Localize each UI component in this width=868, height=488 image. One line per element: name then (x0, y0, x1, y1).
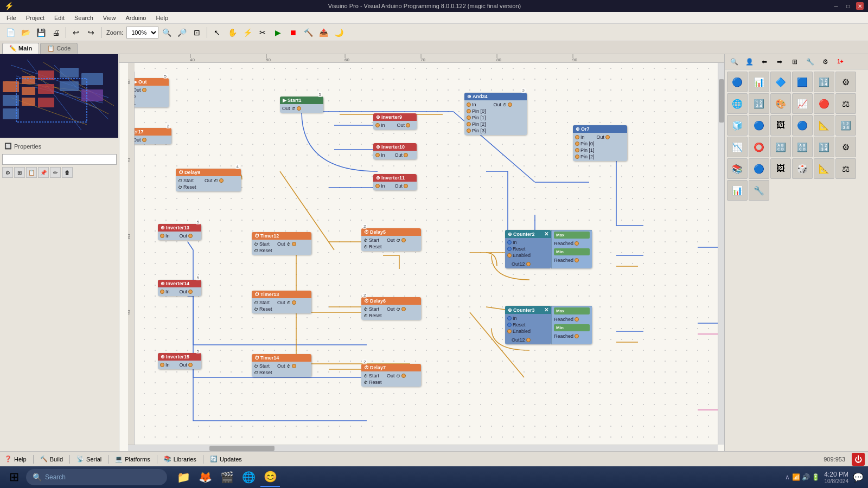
taskbar-app-firefox[interactable]: 🦊 (195, 467, 215, 487)
hand-button[interactable]: ✋ (225, 25, 239, 40)
zoom-fit-button[interactable]: ⊡ (190, 25, 204, 40)
comp-btn-14[interactable]: 🔵 (749, 115, 769, 136)
port-inv13-in[interactable] (160, 234, 164, 238)
node-delay9[interactable]: ⏱ Delay9 ⏱ Start Out ⏱ ⏱ Reset 4 (176, 169, 241, 191)
rtool-filter[interactable]: 🔧 (803, 55, 817, 69)
moon-button[interactable]: 🌙 (331, 25, 346, 40)
prop-btn3[interactable]: 📋 (26, 167, 37, 178)
delete-button[interactable]: ✂ (256, 25, 270, 40)
port-inv9-in[interactable] (375, 123, 380, 127)
port-timer14-out[interactable] (292, 364, 296, 368)
rtool-num[interactable]: 1+ (833, 55, 847, 69)
menu-file[interactable]: File (2, 14, 21, 22)
menu-project[interactable]: Project (22, 14, 49, 22)
port-c2-maxreached[interactable] (575, 241, 579, 246)
node-inverter15[interactable]: ⊕ Inverter15 In Out 5 (158, 353, 201, 369)
vscrollbar2[interactable] (718, 63, 724, 445)
prop-btn2[interactable]: ⊞ (14, 167, 25, 178)
rtool-arrow2[interactable]: ➡ (773, 55, 787, 69)
comp-btn-20[interactable]: ⭕ (749, 137, 769, 157)
open-button[interactable]: 📂 (18, 25, 33, 40)
comp-btn-17[interactable]: 📐 (814, 115, 834, 136)
run-button[interactable]: ▶ (271, 25, 285, 40)
statusbar-updates[interactable]: 🔄 Updates (206, 452, 246, 466)
taskbar-clock[interactable]: 4:20 PM 10/8/2024 (824, 471, 848, 484)
taskbar-app-media[interactable]: 🎬 (217, 467, 237, 487)
taskbar-start-button[interactable]: ⊞ (4, 467, 24, 487)
node-timer13[interactable]: ⏱ Timer13 ⏱ Start Out ⏱ ⏱ Reset (252, 291, 311, 313)
node-delay5[interactable]: ⏱ Delay5 ⏱ Start Out ⏱ ⏱ Reset 2 (361, 228, 421, 251)
rtool-search[interactable]: 🔍 (727, 55, 741, 69)
port-inv15-out[interactable] (188, 363, 193, 367)
hscrollbar[interactable] (128, 445, 718, 451)
canvas-content[interactable]: ▶ Out Out 0 1 5 er17 Out (128, 63, 718, 445)
zoom-select[interactable]: 50%75%100%125%150% (126, 27, 158, 38)
rtool-user[interactable]: 👤 (742, 55, 756, 69)
port-inv15-in[interactable] (160, 363, 164, 367)
build-button[interactable]: 🔨 (301, 25, 315, 40)
taskbar-app-visuino[interactable]: 😊 (260, 467, 280, 487)
port-delay7-out[interactable] (401, 374, 406, 378)
port-c3-enabled[interactable] (507, 329, 512, 333)
port-or7-pin2[interactable] (575, 155, 579, 159)
comp-btn-19[interactable]: 📉 (727, 137, 748, 157)
node-er17[interactable]: er17 Out 2 (131, 128, 171, 144)
counter3-close[interactable]: ✕ (544, 307, 548, 313)
port-er17-out[interactable] (142, 138, 146, 142)
counter2-close[interactable]: ✕ (544, 231, 548, 237)
node-timer12[interactable]: ⏱ Timer12 ⏱ Start Out ⏱ ⏱ Reset (252, 232, 311, 255)
port-c3-minreached[interactable] (575, 334, 579, 338)
port-c3-maxreached[interactable] (575, 317, 579, 322)
comp-btn-30[interactable]: ⚖ (835, 158, 856, 179)
node-timer14[interactable]: ⏱ Timer14 ⏱ Start Out ⏱ ⏱ Reset (252, 354, 311, 377)
port-or7-in[interactable] (575, 135, 579, 139)
port-and34-pin0[interactable] (467, 109, 471, 113)
port-inv14-in[interactable] (160, 290, 164, 294)
properties-search[interactable] (2, 154, 117, 165)
comp-btn-2[interactable]: 📊 (749, 72, 769, 92)
hscrollbar-thumb[interactable] (209, 446, 275, 451)
port-c2-out[interactable] (526, 262, 531, 266)
maximize-button[interactable]: □ (844, 2, 852, 10)
connect-button[interactable]: ⚡ (240, 25, 254, 40)
minimap[interactable] (0, 54, 118, 138)
undo-button[interactable]: ↩ (69, 25, 83, 40)
statusbar-libraries[interactable]: 📚 Libraries (159, 452, 201, 466)
port-inv11-in[interactable] (375, 184, 380, 188)
port-or7-out[interactable] (605, 135, 610, 139)
menu-edit[interactable]: Edit (50, 14, 69, 22)
node-inverter11[interactable]: ⊕ Inverter11 In Out (373, 174, 417, 190)
node-inverter14[interactable]: ⊕ Inverter14 In Out 5 (158, 280, 201, 296)
zoom-in-button[interactable]: 🔍 (159, 25, 174, 40)
minimize-button[interactable]: ─ (832, 2, 840, 10)
node-delay6[interactable]: ⏱ Delay6 ⏱ Start Out ⏱ ⏱ Reset 2 (361, 297, 421, 320)
vscrollbar-thumb2[interactable] (719, 79, 724, 123)
port-start1-out[interactable] (297, 106, 301, 111)
comp-btn-7[interactable]: 🌐 (727, 93, 748, 114)
statusbar-build[interactable]: 🔨 Build (36, 452, 67, 466)
comp-btn-12[interactable]: ⚖ (835, 93, 856, 114)
port-inv13-out[interactable] (188, 234, 193, 238)
taskbar-search[interactable]: 🔍 Search (26, 469, 167, 485)
port-inv11-out[interactable] (404, 184, 408, 188)
node-inverter13[interactable]: ⊕ Inverter13 In Out 5 (158, 224, 201, 240)
port-timer13-out[interactable] (292, 300, 296, 305)
statusbar-platforms[interactable]: 💻 Platforms (111, 452, 154, 466)
select-button[interactable]: ↖ (210, 25, 224, 40)
port-and34-pin1[interactable] (467, 115, 471, 120)
port-inv10-in[interactable] (375, 153, 380, 157)
comp-btn-10[interactable]: 📈 (792, 93, 813, 114)
node-inverter10[interactable]: ⊕ Inverter10 In Out (373, 143, 417, 159)
statusbar-help[interactable]: ❓ Help (0, 452, 31, 466)
menu-help[interactable]: Help (151, 14, 173, 22)
node-delay7[interactable]: ⏱ Delay7 ⏱ Start Out ⏱ ⏱ Reset 2 (361, 364, 421, 387)
node-and34[interactable]: ⊕ And34 In Out ⏱ Pin [0] (464, 93, 527, 135)
comp-btn-27[interactable]: 🖼 (770, 158, 791, 179)
menu-view[interactable]: View (99, 14, 120, 22)
comp-btn-22[interactable]: 🔠 (792, 137, 813, 157)
taskbar-app-files[interactable]: 📁 (174, 467, 193, 487)
stop-button[interactable]: ⏹ (286, 25, 300, 40)
prop-btn5[interactable]: ✏ (50, 167, 61, 178)
statusbar-serial[interactable]: 📡 Serial (72, 452, 106, 466)
menu-search[interactable]: Search (70, 14, 98, 22)
